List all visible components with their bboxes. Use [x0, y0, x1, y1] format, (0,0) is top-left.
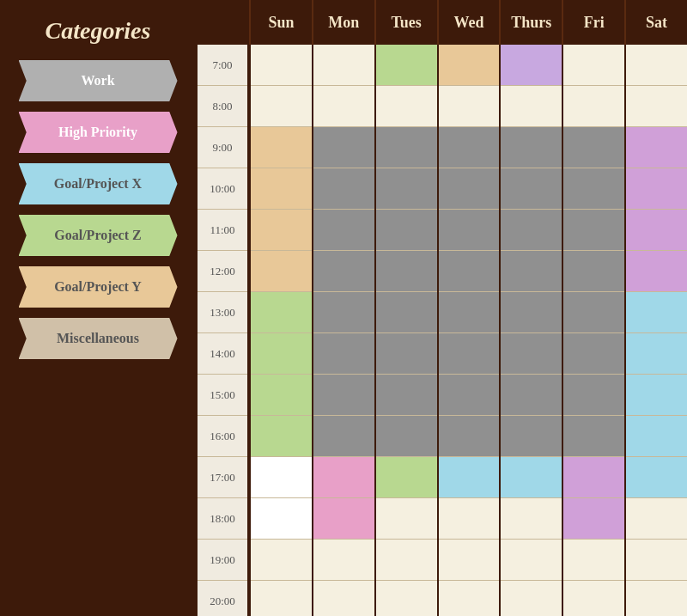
calendar-cell[interactable] [313, 333, 374, 375]
calendar-cell[interactable] [626, 168, 687, 210]
calendar-cell[interactable] [439, 416, 500, 457]
calendar-cell[interactable] [626, 457, 687, 498]
calendar-cell[interactable] [376, 498, 437, 540]
calendar-cell[interactable] [563, 581, 624, 616]
calendar-cell[interactable] [313, 416, 374, 457]
calendar-cell[interactable] [313, 498, 374, 540]
calendar-cell[interactable] [251, 416, 312, 457]
calendar-cell[interactable] [563, 375, 624, 416]
calendar-cell[interactable] [501, 45, 562, 86]
calendar-cell[interactable] [439, 292, 500, 333]
calendar-cell[interactable] [439, 375, 500, 416]
calendar-cell[interactable] [439, 540, 500, 581]
calendar-cell[interactable] [501, 168, 562, 210]
calendar-cell[interactable] [439, 251, 500, 292]
calendar-cell[interactable] [313, 168, 374, 210]
calendar-cell[interactable] [313, 540, 374, 581]
calendar-cell[interactable] [626, 251, 687, 292]
calendar-cell[interactable] [626, 86, 687, 127]
calendar-cell[interactable] [563, 45, 624, 86]
calendar-cell[interactable] [376, 168, 437, 210]
calendar-cell[interactable] [439, 45, 500, 86]
calendar-cell[interactable] [439, 86, 500, 127]
calendar-cell[interactable] [439, 210, 500, 251]
calendar-cell[interactable] [626, 333, 687, 375]
calendar-cell[interactable] [251, 581, 312, 616]
calendar-cell[interactable] [501, 375, 562, 416]
calendar-cell[interactable] [563, 292, 624, 333]
category-work[interactable]: Work [19, 60, 178, 101]
calendar-cell[interactable] [251, 45, 312, 86]
calendar-cell[interactable] [501, 581, 562, 616]
calendar-cell[interactable] [376, 292, 437, 333]
calendar-cell[interactable] [563, 168, 624, 210]
calendar-cell[interactable] [563, 251, 624, 292]
calendar-cell[interactable] [251, 540, 312, 581]
calendar-cell[interactable] [563, 457, 624, 498]
category-goal-z[interactable]: Goal/Project Z [19, 215, 178, 256]
calendar-cell[interactable] [439, 127, 500, 168]
calendar-cell[interactable] [376, 581, 437, 616]
calendar-cell[interactable] [313, 375, 374, 416]
calendar-cell[interactable] [563, 86, 624, 127]
calendar-cell[interactable] [563, 127, 624, 168]
calendar-cell[interactable] [376, 540, 437, 581]
calendar-cell[interactable] [313, 251, 374, 292]
category-high-priority[interactable]: High Priority [19, 112, 178, 153]
calendar-cell[interactable] [376, 416, 437, 457]
calendar-cell[interactable] [439, 457, 500, 498]
calendar-cell[interactable] [626, 375, 687, 416]
calendar-cell[interactable] [251, 251, 312, 292]
calendar-cell[interactable] [439, 333, 500, 375]
calendar-cell[interactable] [313, 127, 374, 168]
calendar-cell[interactable] [376, 127, 437, 168]
category-misc[interactable]: Miscellaneous [19, 318, 178, 359]
calendar-cell[interactable] [439, 581, 500, 616]
calendar-cell[interactable] [563, 333, 624, 375]
calendar-cell[interactable] [626, 540, 687, 581]
calendar-cell[interactable] [563, 416, 624, 457]
calendar-cell[interactable] [626, 498, 687, 540]
calendar-cell[interactable] [251, 210, 312, 251]
calendar-cell[interactable] [251, 168, 312, 210]
category-goal-y[interactable]: Goal/Project Y [19, 266, 178, 308]
calendar-cell[interactable] [251, 86, 312, 127]
calendar-cell[interactable] [501, 210, 562, 251]
calendar-cell[interactable] [376, 251, 437, 292]
calendar-cell[interactable] [251, 375, 312, 416]
calendar-cell[interactable] [501, 251, 562, 292]
calendar-cell[interactable] [376, 210, 437, 251]
calendar-cell[interactable] [626, 127, 687, 168]
calendar-cell[interactable] [376, 375, 437, 416]
category-goal-x[interactable]: Goal/Project X [19, 163, 178, 204]
calendar-cell[interactable] [563, 540, 624, 581]
calendar-cell[interactable] [563, 210, 624, 251]
calendar-cell[interactable] [251, 457, 312, 498]
calendar-cell[interactable] [626, 292, 687, 333]
calendar-cell[interactable] [439, 168, 500, 210]
calendar-cell[interactable] [251, 333, 312, 375]
calendar-cell[interactable] [501, 416, 562, 457]
calendar-cell[interactable] [626, 210, 687, 251]
calendar-cell[interactable] [313, 86, 374, 127]
calendar-cell[interactable] [251, 127, 312, 168]
calendar-cell[interactable] [501, 86, 562, 127]
calendar-cell[interactable] [376, 457, 437, 498]
calendar-cell[interactable] [376, 86, 437, 127]
calendar-cell[interactable] [313, 45, 374, 86]
calendar-cell[interactable] [626, 45, 687, 86]
calendar-cell[interactable] [313, 210, 374, 251]
calendar-cell[interactable] [626, 416, 687, 457]
calendar-cell[interactable] [501, 498, 562, 540]
calendar-cell[interactable] [313, 292, 374, 333]
calendar-cell[interactable] [376, 333, 437, 375]
calendar-cell[interactable] [501, 292, 562, 333]
calendar-cell[interactable] [501, 540, 562, 581]
calendar-cell[interactable] [501, 127, 562, 168]
calendar-cell[interactable] [251, 292, 312, 333]
calendar-cell[interactable] [563, 498, 624, 540]
calendar-cell[interactable] [313, 457, 374, 498]
calendar-cell[interactable] [626, 581, 687, 616]
calendar-cell[interactable] [439, 498, 500, 540]
calendar-cell[interactable] [501, 457, 562, 498]
